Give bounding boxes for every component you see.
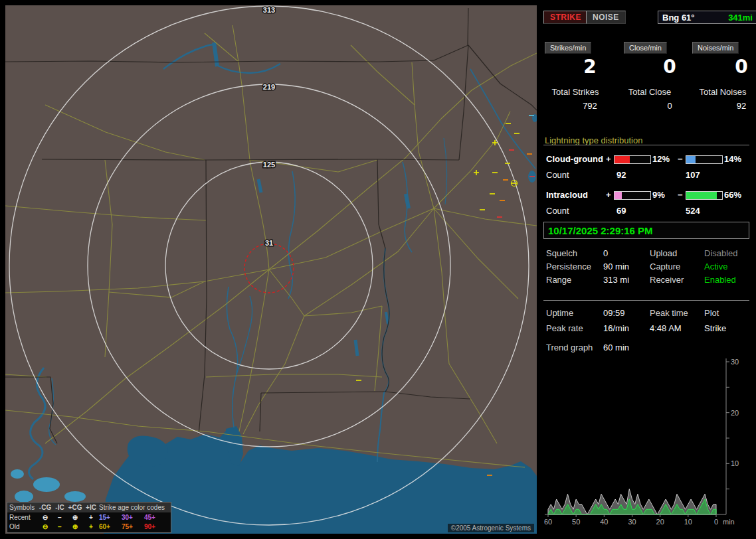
strike-marker [474,170,479,175]
peak-rate-value: 16/min [603,323,629,333]
circle-plus-icon: ⊕ [67,514,83,521]
bearing-value: Bng 61° [662,13,695,23]
svg-text:0: 0 [714,518,718,526]
legend-col-ic-neg: -IC [52,504,67,511]
noises-per-min-value: 0 [721,56,756,78]
svg-text:20: 20 [656,518,664,526]
ic-minus-count: 524 [686,206,700,216]
legend-col-cg-pos: +CG [67,504,83,511]
divider [543,145,749,145]
ic-minus-bar [686,191,723,200]
status-sidebar: STRIKE NOISE Bng 61° 341mi Strikes/min C… [542,5,751,534]
strike-button[interactable]: STRIKE [543,11,588,24]
plus-icon: + [83,523,99,530]
capture-status: Active [704,262,727,271]
minus-icon: − [52,523,67,530]
cg-plus-pct: 12% [652,154,670,164]
svg-text:40: 40 [600,518,608,526]
circle-minus-icon: ⊖ [38,523,52,530]
divider [543,300,749,301]
ic-plus-bar [614,191,651,200]
minus-sign: − [678,190,683,200]
legend-row-old: Old ⊖ − ⊕ + 60+ 75+ 90+ [7,522,171,531]
total-strikes-label: Total Strikes [542,87,609,97]
datetime-display: 10/17/2025 2:29:16 PM [543,222,749,239]
svg-text:10: 10 [684,518,692,526]
plus-sign: + [606,154,611,164]
legend-col-symbols: Symbols [7,504,38,511]
noise-button[interactable]: NOISE [586,11,626,24]
lightning-map[interactable]: 31 125 219 313 Symbols -CG -IC +CG +IC S… [5,5,537,534]
receiver-label: Receiver [650,275,684,285]
plus-icon: + [83,514,99,521]
lake-pontchartrain [128,435,168,467]
minus-sign: − [678,154,683,164]
ic-plus-count: 69 [616,206,626,216]
strike-markers-layer [356,116,535,475]
total-strikes-value: 792 [570,101,610,111]
cloud-ground-label: Cloud-ground [546,154,603,164]
uptime-label: Uptime [546,308,573,318]
squelch-value: 0 [603,248,608,258]
close-per-min-value: 0 [650,56,690,78]
trend-axes [545,358,729,517]
state-borders-layer [5,8,537,443]
legend-col-ic-pos: +IC [83,504,99,511]
cg-minus-bar [686,155,723,164]
ic-plus-pct: 9% [652,190,665,200]
svg-text:30: 30 [628,518,636,526]
persistence-label: Persistence [546,262,591,271]
noises-per-min-chip: Noises/min [692,42,739,54]
ltd-section-title: Lightning type distribution [545,135,642,145]
legend-row-recent: Recent ⊖ − ⊕ + 15+ 30+ 45+ [7,512,171,522]
range-setting-value: 313 mi [603,275,629,285]
ic-plus-bar-fill [614,192,622,199]
plus-sign: + [606,190,611,200]
water-layer [11,114,537,534]
ring-label-31: 31 [265,239,273,247]
strikes-per-min-chip: Strikes/min [545,42,591,54]
svg-text:min: min [723,518,735,526]
svg-text:50: 50 [572,518,580,526]
ic-minus-bar-fill [686,192,717,199]
total-noises-value: 92 [721,101,756,111]
svg-text:10: 10 [731,459,739,467]
receiver-status: Enabled [704,275,736,285]
circle-plus-icon: ⊕ [67,523,83,530]
cg-plus-bar [614,155,651,164]
cg-plus-count: 92 [616,170,626,180]
range-label: Range [546,275,571,285]
peak-time-label: Peak time [650,308,688,318]
trend-graph-chart: 3020106050403020100min [542,353,751,531]
intracloud-label: Intracloud [546,190,588,200]
plot-mode-value: Strike [704,323,726,333]
svg-text:60: 60 [544,518,552,526]
ic-count-label: Count [546,206,569,216]
cg-minus-count: 107 [686,170,700,180]
close-per-min-chip: Close/min [624,42,667,54]
total-noises-label: Total Noises [690,87,756,97]
peak-rate-label: Peak rate [546,323,583,333]
total-close-value: 0 [650,101,690,111]
cg-minus-pct: 14% [724,154,741,164]
upload-status: Disabled [704,248,738,258]
ring-label-125: 125 [263,161,275,169]
ring-label-313: 313 [263,6,275,14]
ic-minus-pct: 66% [724,190,741,200]
range-value: 341mi [728,13,753,23]
ring-label-219: 219 [263,83,275,91]
cg-minus-bar-fill [686,156,696,163]
legend-header: Symbols -CG -IC +CG +IC Strike age color… [7,502,171,512]
plot-label: Plot [704,308,719,318]
cg-count-label: Count [546,170,569,180]
capture-label: Capture [650,262,680,271]
peak-time-value: 4:48 AM [650,323,682,333]
circle-minus-icon: ⊖ [38,514,52,521]
svg-text:20: 20 [731,409,739,417]
strikes-per-min-value: 2 [570,56,610,78]
legend-age-title: Strike age color codes [99,504,167,511]
svg-text:30: 30 [731,358,739,366]
bearing-range-display: Bng 61° 341mi [658,11,756,24]
trend-axis-labels: 3020106050403020100min [544,358,739,526]
total-close-label: Total Close [616,87,683,97]
